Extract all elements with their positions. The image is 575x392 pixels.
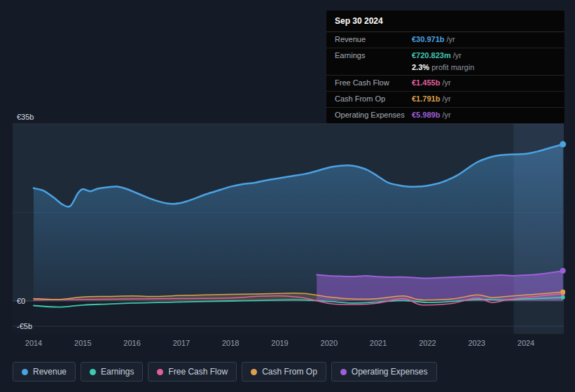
tooltip-date: Sep 30 2024 [326, 10, 564, 32]
legend-label: Operating Expenses [352, 367, 428, 377]
tooltip-row-operating-expenses: Operating Expenses €5.989b/yr [326, 107, 564, 123]
x-axis-label: 2024 [518, 339, 534, 347]
legend-item-cash-from-op[interactable]: Cash From Op [242, 362, 326, 382]
chart-legend: Revenue Earnings Free Cash Flow Cash Fro… [13, 362, 437, 382]
profit-margin-line: 2.3% profit margin [412, 63, 556, 73]
earnings-dot-icon [90, 369, 96, 375]
tooltip-label: Free Cash Flow [335, 78, 412, 88]
x-axis-label: 2022 [419, 339, 436, 347]
x-axis-label: 2018 [222, 339, 239, 347]
tooltip-suffix: /yr [453, 51, 462, 59]
legend-item-earnings[interactable]: Earnings [81, 362, 143, 382]
legend-label: Cash From Op [262, 367, 317, 377]
x-axis-label: 2020 [321, 339, 338, 347]
tooltip-row-earnings: Earnings €720.823m/yr 2.3% profit margin [326, 48, 564, 76]
tooltip-value: €1.455b [412, 78, 440, 87]
legend-item-operating-expenses[interactable]: Operating Expenses [331, 362, 437, 382]
earnings-revenue-history-chart: €35b€0-€5b 20142015201620172018201920202… [0, 0, 575, 392]
free-cash-flow-dot-icon [157, 369, 163, 375]
x-axis: 2014201520162017201820192020202120222023… [0, 339, 575, 350]
x-axis-label: 2019 [271, 339, 288, 347]
cash-from-op-dot-icon [251, 369, 257, 375]
tooltip-suffix: /yr [442, 94, 450, 103]
operating-expenses-dot-icon [340, 369, 347, 375]
x-axis-label: 2017 [173, 339, 190, 347]
summary-tooltip: Sep 30 2024 Revenue €30.971b/yr Earnings… [326, 10, 564, 123]
x-axis-label: 2016 [123, 339, 140, 347]
tooltip-label: Operating Expenses [335, 111, 412, 120]
tooltip-row-free-cash-flow: Free Cash Flow €1.455b/yr [326, 75, 564, 91]
tooltip-suffix: /yr [442, 78, 450, 87]
x-axis-label: 2023 [468, 339, 485, 347]
x-axis-label: 2014 [25, 339, 42, 347]
profit-margin-label: profit margin [431, 63, 474, 71]
tooltip-label: Revenue [335, 35, 412, 45]
tooltip-value: €1.791b [412, 94, 440, 103]
revenue-dot-icon [22, 369, 28, 375]
x-axis-label: 2021 [370, 339, 387, 347]
x-axis-label: 2015 [74, 339, 91, 347]
legend-item-free-cash-flow[interactable]: Free Cash Flow [148, 362, 237, 382]
profit-margin-value: 2.3% [412, 63, 429, 71]
tooltip-row-cash-from-op: Cash From Op €1.791b/yr [326, 91, 564, 107]
tooltip-label: Cash From Op [335, 94, 412, 104]
tooltip-value: €720.823m [412, 51, 451, 59]
tooltip-suffix: /yr [442, 111, 450, 119]
tooltip-value: €30.971b [412, 35, 444, 43]
tooltip-value: €5.989b [412, 111, 440, 119]
legend-label: Earnings [101, 367, 134, 377]
tooltip-row-revenue: Revenue €30.971b/yr [326, 32, 564, 48]
tooltip-label: Earnings [335, 51, 412, 61]
tooltip-suffix: /yr [446, 35, 455, 43]
legend-label: Free Cash Flow [168, 367, 228, 377]
legend-label: Revenue [33, 367, 67, 377]
legend-item-revenue[interactable]: Revenue [13, 362, 76, 382]
